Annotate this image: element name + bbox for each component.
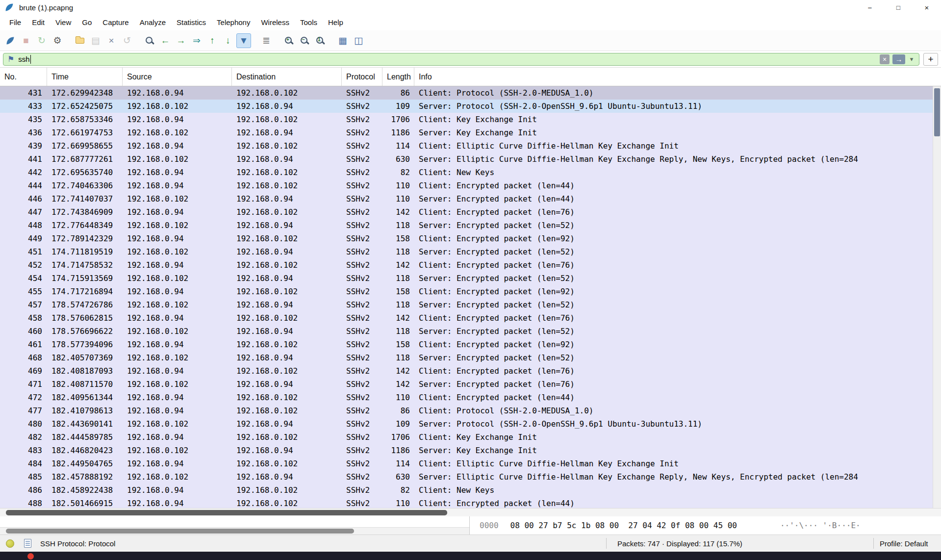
cell-length: 118 xyxy=(382,272,414,285)
packet-row[interactable]: 452174.714758532192.168.0.94192.168.0.10… xyxy=(0,258,941,272)
packet-row[interactable]: 442172.695635740192.168.0.94192.168.0.10… xyxy=(0,166,941,179)
packet-row[interactable]: 449172.789142329192.168.0.94192.168.0.10… xyxy=(0,232,941,245)
taskbar-notification-icon[interactable] xyxy=(27,553,34,560)
cell-time: 172.743846909 xyxy=(47,205,123,219)
packet-row[interactable]: 486182.458922438192.168.0.94192.168.0.10… xyxy=(0,484,941,497)
packet-row[interactable]: 461178.577394096192.168.0.94192.168.0.10… xyxy=(0,338,941,351)
column-header-no[interactable]: No. xyxy=(0,68,47,86)
packet-row[interactable]: 444172.740463306192.168.0.94192.168.0.10… xyxy=(0,179,941,192)
filter-apply-button[interactable]: → xyxy=(892,54,905,64)
cell-source: 192.168.0.94 xyxy=(123,457,232,470)
maximize-button[interactable]: □ xyxy=(884,0,913,15)
restart-capture-icon[interactable]: ↻ xyxy=(34,33,49,48)
menu-edit[interactable]: Edit xyxy=(26,16,50,29)
menu-wireless[interactable]: Wireless xyxy=(255,16,295,29)
packet-row[interactable]: 483182.446820423192.168.0.102192.168.0.9… xyxy=(0,444,941,457)
packet-row[interactable]: 454174.715913569192.168.0.102192.168.0.9… xyxy=(0,272,941,285)
cell-length: 142 xyxy=(382,364,414,378)
expert-info-indicator[interactable] xyxy=(6,539,14,548)
packet-row[interactable]: 471182.408711570192.168.0.102192.168.0.9… xyxy=(0,378,941,391)
go-back-icon[interactable]: ← xyxy=(158,33,173,48)
column-header-source[interactable]: Source xyxy=(123,68,232,86)
packet-row[interactable]: 455174.717216894192.168.0.94192.168.0.10… xyxy=(0,285,941,298)
vertical-scrollbar-thumb[interactable] xyxy=(934,88,940,136)
packet-row[interactable]: 485182.457888192192.168.0.102192.168.0.9… xyxy=(0,470,941,484)
packet-row[interactable]: 488182.501466915192.168.0.94192.168.0.10… xyxy=(0,497,941,508)
packet-row[interactable]: 439172.669958655192.168.0.94192.168.0.10… xyxy=(0,139,941,153)
packet-row[interactable]: 447172.743846909192.168.0.94192.168.0.10… xyxy=(0,205,941,219)
menu-telephony[interactable]: Telephony xyxy=(211,16,255,29)
menu-view[interactable]: View xyxy=(50,16,76,29)
packet-details-pane[interactable] xyxy=(0,516,470,535)
vertical-scrollbar[interactable] xyxy=(933,86,941,508)
details-hscrollbar-thumb[interactable] xyxy=(6,529,354,534)
reload-file-icon[interactable]: ↺ xyxy=(120,33,134,48)
packet-row[interactable]: 482182.444589785192.168.0.94192.168.0.10… xyxy=(0,431,941,444)
menu-help[interactable]: Help xyxy=(323,16,349,29)
column-header-info[interactable]: Info xyxy=(414,68,941,86)
menu-go[interactable]: Go xyxy=(76,16,97,29)
packet-row[interactable]: 468182.405707369192.168.0.102192.168.0.9… xyxy=(0,351,941,364)
packet-row[interactable]: 484182.449504765192.168.0.94192.168.0.10… xyxy=(0,457,941,470)
packet-row[interactable]: 480182.443690141192.168.0.102192.168.0.9… xyxy=(0,417,941,431)
zoom-in-icon[interactable]: + xyxy=(281,33,296,48)
packet-row[interactable]: 446172.741407037192.168.0.102192.168.0.9… xyxy=(0,192,941,205)
display-filter-input[interactable]: ⚑ ssh × → ▾ xyxy=(3,53,919,66)
packet-row[interactable]: 477182.410798613192.168.0.94192.168.0.10… xyxy=(0,404,941,417)
column-header-time[interactable]: Time xyxy=(47,68,123,86)
packet-row[interactable]: 458178.576062815192.168.0.94192.168.0.10… xyxy=(0,311,941,325)
packet-list-hscrollbar[interactable] xyxy=(0,508,941,516)
minimize-button[interactable]: − xyxy=(856,0,884,15)
filter-clear-button[interactable]: × xyxy=(880,54,890,64)
packet-row[interactable]: 457178.574726786192.168.0.102192.168.0.9… xyxy=(0,298,941,311)
go-first-icon[interactable]: ↑ xyxy=(205,33,220,48)
save-file-icon[interactable]: ▤ xyxy=(88,33,103,48)
capture-options-icon[interactable]: ⚙ xyxy=(50,33,65,48)
column-header-destination[interactable]: Destination xyxy=(232,68,342,86)
filter-dropdown-icon[interactable]: ▾ xyxy=(907,55,916,63)
go-last-icon[interactable]: ↓ xyxy=(221,33,235,48)
capture-comments-icon[interactable] xyxy=(24,539,31,548)
go-to-packet-icon[interactable]: ⇒ xyxy=(189,33,204,48)
go-forward-icon[interactable]: → xyxy=(174,33,188,48)
packet-row[interactable]: 435172.658753346192.168.0.94192.168.0.10… xyxy=(0,113,941,126)
zoom-reset-icon[interactable]: 1 xyxy=(313,33,328,48)
auto-scroll-icon[interactable]: ▼ xyxy=(236,33,251,48)
colorize-icon[interactable]: ≣ xyxy=(259,33,274,48)
menu-file[interactable]: File xyxy=(4,16,26,29)
cell-no: 461 xyxy=(0,338,47,351)
packet-row[interactable]: 460178.576696622192.168.0.102192.168.0.9… xyxy=(0,325,941,338)
collapse-columns-icon[interactable]: ◫ xyxy=(351,33,366,48)
packet-row[interactable]: 436172.661974753192.168.0.102192.168.0.9… xyxy=(0,126,941,139)
filter-add-button[interactable]: + xyxy=(923,53,938,66)
cell-no: 446 xyxy=(0,192,47,205)
cell-source: 192.168.0.94 xyxy=(123,86,232,100)
stop-capture-icon[interactable]: ■ xyxy=(19,33,33,48)
menu-analyze[interactable]: Analyze xyxy=(134,16,171,29)
packet-bytes-pane[interactable]: 0000 08 00 27 b7 5c 1b 08 00 27 04 42 0f… xyxy=(470,516,941,535)
status-profile[interactable]: Profile: Default xyxy=(874,539,941,548)
filter-bookmark-icon[interactable]: ⚑ xyxy=(7,54,14,64)
packet-row[interactable]: 448172.776448349192.168.0.102192.168.0.9… xyxy=(0,219,941,232)
packet-list-hscrollbar-thumb[interactable] xyxy=(6,510,447,515)
packet-row[interactable]: 431172.629942348192.168.0.94192.168.0.10… xyxy=(0,86,941,100)
packet-row[interactable]: 441172.687777261192.168.0.102192.168.0.9… xyxy=(0,153,941,166)
close-button[interactable]: × xyxy=(913,0,941,15)
start-capture-icon[interactable] xyxy=(3,33,18,48)
packet-row[interactable]: 469182.408187093192.168.0.94192.168.0.10… xyxy=(0,364,941,378)
details-hscrollbar[interactable] xyxy=(0,527,469,535)
menu-statistics[interactable]: Statistics xyxy=(171,16,211,29)
packet-row[interactable]: 472182.409561344192.168.0.94192.168.0.10… xyxy=(0,391,941,404)
column-header-length[interactable]: Length xyxy=(382,68,414,86)
open-file-icon[interactable] xyxy=(73,33,87,48)
packet-row[interactable]: 433172.652425075192.168.0.102192.168.0.9… xyxy=(0,100,941,113)
close-file-icon[interactable]: × xyxy=(104,33,119,48)
find-packet-icon[interactable] xyxy=(142,33,157,48)
cell-source: 192.168.0.94 xyxy=(123,497,232,508)
zoom-out-icon[interactable]: − xyxy=(297,33,312,48)
menu-tools[interactable]: Tools xyxy=(295,16,323,29)
resize-columns-icon[interactable]: ▦ xyxy=(335,33,350,48)
packet-row[interactable]: 451174.711819519192.168.0.102192.168.0.9… xyxy=(0,245,941,258)
column-header-protocol[interactable]: Protocol xyxy=(342,68,382,86)
menu-capture[interactable]: Capture xyxy=(97,16,134,29)
